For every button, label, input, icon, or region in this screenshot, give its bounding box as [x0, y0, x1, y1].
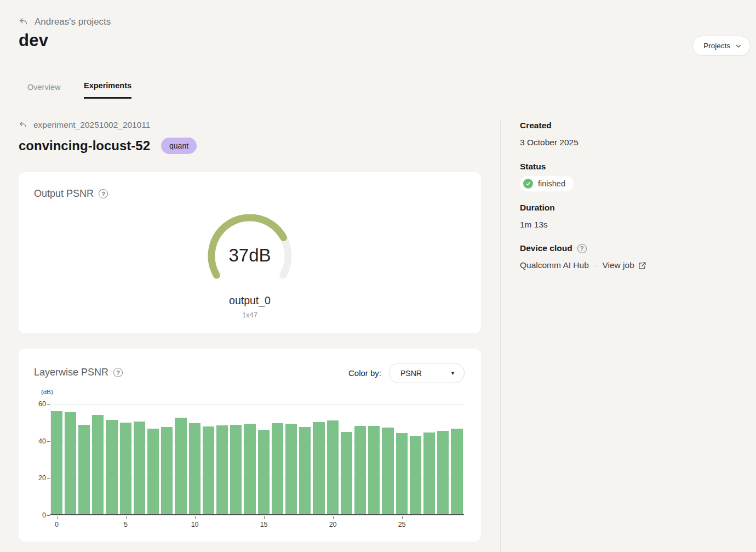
x-tick-mark	[264, 516, 265, 519]
experiment-breadcrumb: experiment_20251002_201011	[19, 120, 150, 130]
layerwise-psnr-header: Layerwise PSNR ?	[34, 367, 123, 378]
bar-layer-2[interactable]	[78, 425, 90, 514]
bar-layer-1[interactable]	[65, 412, 76, 514]
bar-layer-19[interactable]	[313, 422, 324, 514]
caret-down-icon: ▼	[450, 371, 455, 376]
bar-layer-28[interactable]	[437, 431, 449, 514]
bar-layer-22[interactable]	[354, 426, 366, 514]
layerwise-psnr-title: Layerwise PSNR	[34, 367, 108, 378]
y-axis-unit-label: (dB)	[41, 389, 53, 395]
chevron-down-icon	[735, 43, 742, 49]
tab-overview[interactable]: Overview	[27, 83, 60, 99]
y-tick-mark	[47, 515, 50, 516]
color-by-label: Color by:	[348, 368, 381, 378]
device-cloud-provider: Qualcomm AI Hub	[520, 260, 589, 270]
bar-layer-27[interactable]	[423, 433, 435, 514]
bar-layer-11[interactable]	[203, 426, 214, 514]
color-by-select[interactable]: PSNR ▼	[389, 363, 465, 383]
color-by-control: Color by: PSNR ▼	[348, 363, 465, 383]
page-title: dev	[19, 31, 48, 50]
y-tick-label: 20	[30, 474, 46, 482]
layerwise-psnr-card: Layerwise PSNR ? Color by: PSNR ▼ (dB) 0…	[19, 349, 481, 542]
status-value: finished	[538, 179, 565, 188]
x-tick-mark	[126, 516, 127, 519]
projects-dropdown-button[interactable]: Projects	[692, 36, 751, 56]
view-job-label: View job	[602, 260, 634, 270]
x-tick-label: 15	[256, 521, 272, 528]
y-tick-mark	[47, 404, 50, 405]
experiment-id-label[interactable]: experiment_20251002_201011	[33, 120, 150, 130]
bar-layer-29[interactable]	[451, 429, 462, 514]
y-tick-label: 0	[30, 511, 46, 519]
x-tick-label: 10	[187, 521, 203, 528]
device-cloud-row: Qualcomm AI Hub · View job	[520, 260, 646, 270]
output-psnr-card: Output PSNR ? 37dB output_0 1x47	[19, 172, 481, 333]
gauge-value: 37dB	[201, 245, 299, 266]
y-tick-mark	[47, 441, 50, 442]
x-tick-mark	[195, 516, 196, 519]
dot-separator: ·	[594, 261, 597, 270]
tab-bar: Overview Experiments	[0, 78, 756, 99]
bar-layer-10[interactable]	[189, 423, 201, 514]
bar-layer-6[interactable]	[134, 422, 145, 515]
tab-experiments[interactable]: Experiments	[84, 81, 131, 99]
bar-layer-3[interactable]	[92, 415, 104, 514]
bar-layer-9[interactable]	[175, 418, 186, 514]
x-tick-mark	[333, 516, 334, 519]
psnr-gauge: 37dB	[201, 214, 299, 288]
color-by-value: PSNR	[400, 369, 422, 378]
bar-layer-23[interactable]	[368, 426, 380, 514]
status-badge: finished	[520, 176, 574, 191]
bar-layer-14[interactable]	[244, 424, 255, 514]
help-icon[interactable]: ?	[113, 368, 123, 377]
check-icon	[523, 179, 533, 189]
output-name: output_0	[19, 294, 481, 307]
bar-layer-7[interactable]	[147, 429, 159, 514]
bar-layer-13[interactable]	[230, 425, 242, 514]
back-icon[interactable]	[19, 17, 28, 27]
back-icon[interactable]	[19, 121, 27, 129]
breadcrumb: Andreas's projects	[19, 16, 111, 27]
output-psnr-title: Output PSNR	[34, 188, 94, 200]
y-tick-label: 40	[30, 437, 46, 445]
gridline	[50, 404, 464, 405]
bar-chart-plot-area	[50, 404, 464, 515]
output-shape: 1x47	[19, 311, 481, 319]
x-tick-label: 25	[394, 521, 410, 528]
bar-layer-8[interactable]	[161, 427, 173, 514]
experiment-title-row: convincing-locust-52 quant	[19, 138, 197, 154]
bar-layer-24[interactable]	[382, 428, 393, 514]
x-tick-label: 20	[325, 521, 341, 528]
created-label: Created	[520, 121, 552, 130]
x-tick-mark	[57, 516, 58, 519]
external-link-icon	[638, 261, 646, 270]
bar-layer-4[interactable]	[106, 420, 117, 514]
bar-layer-12[interactable]	[216, 425, 228, 514]
quant-badge: quant	[161, 138, 197, 154]
duration-label: Duration	[520, 203, 555, 213]
bar-layer-25[interactable]	[396, 433, 408, 514]
device-cloud-label-text: Device cloud	[520, 243, 572, 253]
sidebar-divider	[500, 119, 501, 552]
created-value: 3 October 2025	[520, 138, 579, 147]
bar-layer-21[interactable]	[341, 432, 352, 514]
bar-layer-17[interactable]	[285, 424, 297, 514]
projects-button-label: Projects	[703, 42, 730, 50]
bar-layer-18[interactable]	[299, 427, 311, 514]
view-job-link[interactable]: View job	[602, 260, 646, 270]
bar-layer-15[interactable]	[258, 430, 270, 514]
bar-layer-20[interactable]	[327, 420, 339, 514]
output-psnr-header: Output PSNR ?	[34, 188, 108, 200]
bar-layer-0[interactable]	[51, 411, 62, 514]
x-tick-label: 0	[49, 521, 65, 528]
bar-layer-16[interactable]	[272, 423, 283, 514]
duration-value: 1m 13s	[520, 220, 548, 230]
x-tick-mark	[402, 516, 403, 519]
bar-layer-26[interactable]	[410, 436, 421, 514]
experiment-title: convincing-locust-52	[19, 138, 150, 153]
bar-layer-5[interactable]	[120, 423, 131, 514]
help-icon[interactable]: ?	[577, 244, 587, 253]
status-label: Status	[520, 162, 546, 172]
breadcrumb-label[interactable]: Andreas's projects	[35, 16, 111, 27]
help-icon[interactable]: ?	[99, 189, 108, 198]
